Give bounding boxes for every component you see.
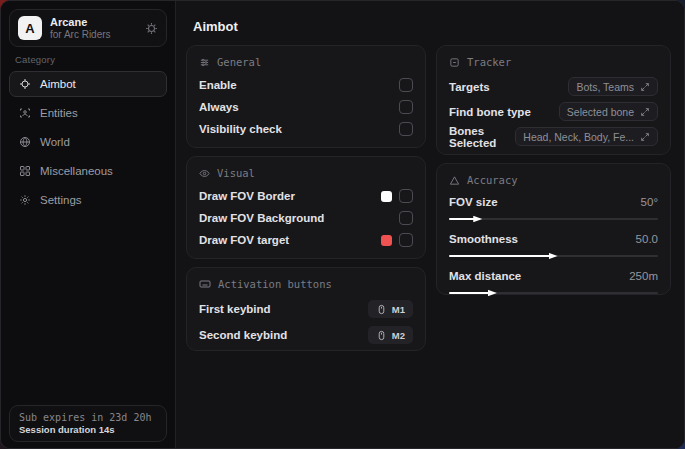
sliders-icon [199, 57, 210, 68]
setting-row-fov-target: Draw FOV target [199, 229, 413, 251]
expand-icon [640, 82, 650, 92]
visual-card: Visual Draw FOV Border Draw FOV Backgrou… [186, 156, 426, 259]
eye-icon [199, 168, 210, 179]
slider-handle[interactable] [549, 252, 558, 261]
sidebar-item-label: Entities [40, 107, 78, 119]
setting-row-bones-selected: Bones Selected Head, Neck, Body, Fe... [449, 124, 658, 149]
keyboard-icon [199, 278, 211, 290]
enable-checkbox[interactable] [399, 78, 413, 92]
sync-settings-icon[interactable] [145, 22, 158, 35]
setting-row-fov-border: Draw FOV Border [199, 185, 413, 207]
smoothness-slider[interactable] [449, 255, 658, 257]
app-window: A Arcane for Arc Riders Category [0, 0, 685, 449]
setting-row-second-keybind: Second keybind M2 [199, 322, 413, 348]
card-title: Accuracy [467, 174, 518, 186]
page-title: Aimbot [193, 19, 238, 34]
category-label: Category [15, 54, 55, 65]
sub-expiry-text: Sub expires in 23d 20h [19, 412, 157, 423]
card-title: Visual [217, 167, 255, 179]
gear-icon [19, 194, 31, 206]
second-keybind-button[interactable]: M2 [368, 326, 413, 344]
subscription-info-box: Sub expires in 23d 20h Session duration … [9, 405, 167, 442]
always-checkbox[interactable] [399, 100, 413, 114]
fov-target-color-swatch[interactable] [381, 235, 392, 246]
sidebar-item-world[interactable]: World [9, 129, 167, 155]
globe-icon [19, 136, 31, 148]
slider-handle[interactable] [473, 215, 482, 224]
brand-card: A Arcane for Arc Riders [9, 9, 167, 47]
setting-row-visibility-check: Visibility check [199, 118, 413, 140]
find-bone-type-select[interactable]: Selected bone [559, 102, 658, 121]
setting-row-fov-size: FOV size 50° [449, 192, 658, 220]
sidebar: A Arcane for Arc Riders Category [1, 1, 176, 448]
targets-select[interactable]: Bots, Teams [568, 77, 658, 96]
fov-target-checkbox[interactable] [399, 233, 413, 247]
max-distance-slider[interactable] [449, 292, 658, 294]
activation-buttons-card: Activation buttons First keybind M1 Seco… [186, 267, 426, 351]
triangle-icon [449, 175, 460, 186]
crosshair-icon [19, 78, 31, 90]
sidebar-item-label: Aimbot [40, 78, 76, 90]
setting-row-max-distance: Max distance 250m [449, 266, 658, 294]
brand-logo: A [18, 16, 42, 40]
first-keybind-button[interactable]: M1 [368, 300, 413, 318]
fov-background-checkbox[interactable] [399, 211, 413, 225]
brand-subtitle: for Arc Riders [50, 29, 137, 41]
fov-border-color-swatch[interactable] [381, 191, 392, 202]
setting-row-smoothness: Smoothness 50.0 [449, 229, 658, 257]
bones-selected-select[interactable]: Head, Neck, Body, Fe... [515, 127, 658, 146]
setting-row-first-keybind: First keybind M1 [199, 296, 413, 322]
general-card: General Enable Always Visibility check [186, 45, 426, 148]
fov-size-slider[interactable] [449, 218, 658, 220]
card-title: Tracker [467, 56, 511, 68]
expand-icon [640, 132, 650, 142]
sidebar-item-label: Settings [40, 194, 82, 206]
mouse-icon [376, 330, 387, 341]
sidebar-item-label: World [40, 136, 70, 148]
setting-row-always: Always [199, 96, 413, 118]
sidebar-item-entities[interactable]: Entities [9, 100, 167, 126]
sidebar-item-label: Miscellaneous [40, 165, 113, 177]
sidebar-item-settings[interactable]: Settings [9, 187, 167, 213]
scan-minus-icon [449, 57, 460, 68]
tracker-card: Tracker Targets Bots, Teams Find bone ty… [436, 45, 671, 155]
slider-handle[interactable] [488, 289, 497, 298]
fov-size-value: 50° [641, 196, 658, 208]
accuracy-card: Accuracy FOV size 50° Smoothness 50.0 [436, 163, 671, 295]
sidebar-nav: Aimbot Entities World [9, 71, 167, 216]
sidebar-item-miscellaneous[interactable]: Miscellaneous [9, 158, 167, 184]
max-distance-value: 250m [629, 270, 658, 282]
session-duration-text: Session duration 14s [19, 424, 157, 435]
setting-row-targets: Targets Bots, Teams [449, 74, 658, 99]
sidebar-item-aimbot[interactable]: Aimbot [9, 71, 167, 97]
fov-border-checkbox[interactable] [399, 189, 413, 203]
brand-name: Arcane [50, 16, 137, 29]
visibility-check-checkbox[interactable] [399, 122, 413, 136]
entities-icon [19, 107, 31, 119]
mouse-icon [376, 304, 387, 315]
main-content: Aimbot General Enable Always Visibili [176, 1, 684, 448]
card-title: Activation buttons [218, 278, 332, 290]
expand-icon [640, 107, 650, 117]
card-title: General [217, 56, 261, 68]
grid-icon [19, 165, 31, 177]
setting-row-enable: Enable [199, 74, 413, 96]
setting-row-find-bone-type: Find bone type Selected bone [449, 99, 658, 124]
smoothness-value: 50.0 [636, 233, 658, 245]
setting-row-fov-background: Draw FOV Background [199, 207, 413, 229]
